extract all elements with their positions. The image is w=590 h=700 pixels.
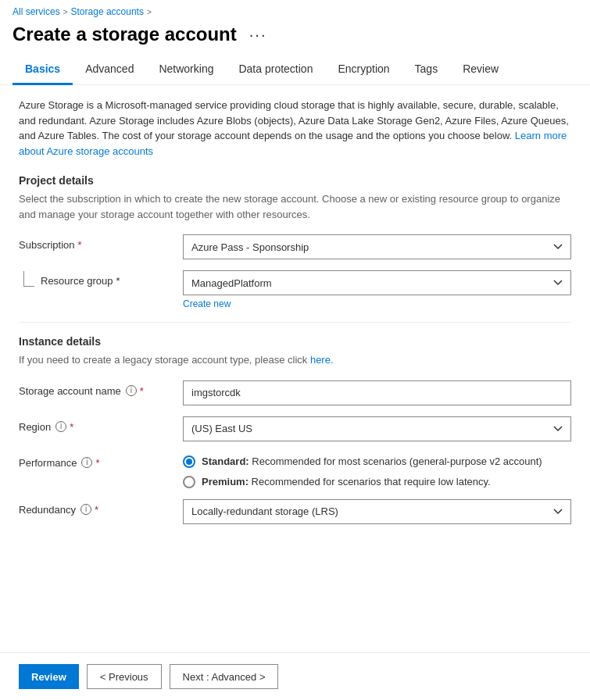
- project-details-desc: Select the subscription in which to crea…: [19, 191, 571, 222]
- tab-encryption[interactable]: Encryption: [325, 55, 402, 85]
- intro-description: Azure Storage is a Microsoft-managed ser…: [19, 98, 571, 159]
- performance-standard-label: Standard: Recommended for most scenarios…: [202, 455, 542, 467]
- tab-networking[interactable]: Networking: [146, 55, 226, 85]
- tab-review[interactable]: Review: [450, 55, 511, 85]
- storage-name-required: *: [140, 385, 144, 397]
- redundancy-required: *: [95, 504, 98, 516]
- resource-group-row: Resource group * ManagedPlatform Create …: [19, 270, 571, 309]
- previous-button[interactable]: < Previous: [87, 664, 162, 689]
- region-select[interactable]: (US) East US: [183, 416, 571, 441]
- instance-details-title: Instance details: [19, 335, 571, 348]
- resource-group-control: ManagedPlatform Create new: [183, 270, 571, 309]
- performance-premium-radio[interactable]: [183, 476, 195, 488]
- content-area: Azure Storage is a Microsoft-managed ser…: [0, 85, 590, 548]
- performance-group: Performance i * Standard: Recommended fo…: [19, 452, 571, 488]
- redundancy-info-icon[interactable]: i: [80, 504, 91, 515]
- resource-group-select[interactable]: ManagedPlatform: [183, 270, 571, 295]
- tabs-bar: Basics Advanced Networking Data protecti…: [0, 55, 590, 85]
- footer-bar: Review < Previous Next : Advanced >: [0, 652, 590, 700]
- storage-name-input[interactable]: [183, 380, 571, 405]
- performance-control: Standard: Recommended for most scenarios…: [183, 452, 571, 488]
- breadcrumb-sep1: >: [63, 8, 68, 16]
- breadcrumb-storage-accounts[interactable]: Storage accounts: [71, 6, 144, 17]
- divider-1: [19, 322, 571, 323]
- region-label: Region i *: [19, 416, 175, 433]
- redundancy-select[interactable]: Locally-redundant storage (LRS): [183, 499, 571, 524]
- storage-name-label: Storage account name i *: [19, 380, 175, 397]
- resource-group-required: *: [116, 275, 120, 287]
- breadcrumb: All services > Storage accounts >: [0, 0, 590, 20]
- region-group: Region i * (US) East US: [19, 416, 571, 441]
- breadcrumb-sep2: >: [147, 8, 152, 16]
- next-button[interactable]: Next : Advanced >: [170, 664, 279, 689]
- storage-name-info-icon[interactable]: i: [126, 385, 137, 396]
- redundancy-label: Redundancy i *: [19, 499, 175, 516]
- performance-standard-option[interactable]: Standard: Recommended for most scenarios…: [183, 455, 571, 468]
- tab-data-protection[interactable]: Data protection: [226, 55, 325, 85]
- performance-label: Performance i *: [19, 452, 175, 469]
- indent-line: [23, 271, 34, 287]
- dots-menu[interactable]: ···: [245, 24, 272, 45]
- storage-name-group: Storage account name i *: [19, 380, 571, 405]
- storage-name-control: [183, 380, 571, 405]
- performance-premium-option[interactable]: Premium: Recommended for scenarios that …: [183, 476, 571, 488]
- tab-basics[interactable]: Basics: [13, 55, 73, 85]
- resource-group-label: Resource group *: [19, 270, 175, 287]
- performance-info-icon[interactable]: i: [81, 457, 92, 468]
- tab-advanced[interactable]: Advanced: [73, 55, 146, 85]
- page-header: Create a storage account ···: [0, 20, 590, 55]
- breadcrumb-all-services[interactable]: All services: [13, 6, 60, 17]
- subscription-required: *: [78, 239, 82, 251]
- subscription-select[interactable]: Azure Pass - Sponsorship: [183, 234, 571, 259]
- region-required: *: [70, 421, 73, 433]
- redundancy-group: Redundancy i * Locally-redundant storage…: [19, 499, 571, 524]
- project-details-title: Project details: [19, 174, 571, 187]
- performance-required: *: [95, 457, 99, 469]
- create-new-link[interactable]: Create new: [183, 298, 231, 309]
- subscription-label: Subscription *: [19, 234, 175, 251]
- subscription-control: Azure Pass - Sponsorship: [183, 234, 571, 259]
- subscription-group: Subscription * Azure Pass - Sponsorship: [19, 234, 571, 259]
- instance-details-desc: If you need to create a legacy storage a…: [19, 352, 571, 368]
- performance-premium-label: Premium: Recommended for scenarios that …: [202, 476, 491, 488]
- tab-tags[interactable]: Tags: [402, 55, 451, 85]
- region-control: (US) East US: [183, 416, 571, 441]
- review-button[interactable]: Review: [19, 664, 79, 689]
- performance-radio-group: Standard: Recommended for most scenarios…: [183, 452, 571, 488]
- performance-standard-dot: [186, 459, 192, 465]
- redundancy-control: Locally-redundant storage (LRS): [183, 499, 571, 524]
- region-info-icon[interactable]: i: [55, 421, 66, 432]
- performance-standard-radio[interactable]: [183, 455, 195, 468]
- legacy-here-link[interactable]: here.: [310, 354, 334, 366]
- page-title: Create a storage account: [13, 23, 237, 45]
